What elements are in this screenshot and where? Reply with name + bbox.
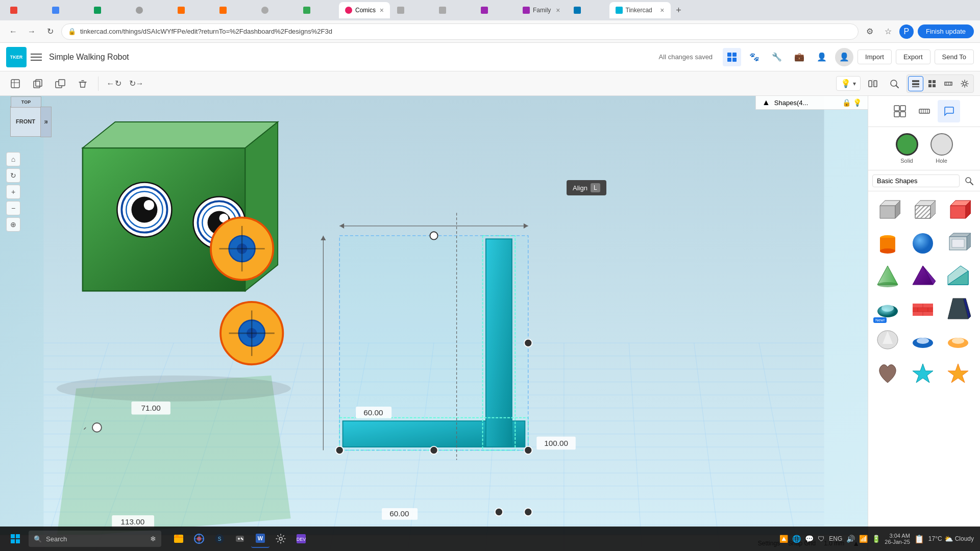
bookmark-button[interactable]: ☆: [881, 24, 895, 39]
tab-linkedin[interactable]: [568, 2, 608, 18]
solid-type[interactable]: Solid: [896, 133, 918, 164]
tab-3[interactable]: [88, 2, 129, 18]
tab-5[interactable]: [172, 2, 212, 18]
shape-pipe[interactable]: [943, 228, 973, 259]
shape-striped-box[interactable]: [908, 195, 938, 226]
shapes-tool[interactable]: [6, 74, 24, 93]
panel-grid-icon[interactable]: [889, 100, 911, 122]
tab-11[interactable]: [475, 2, 516, 18]
tab-family-close[interactable]: ×: [556, 6, 560, 14]
avatar-icon[interactable]: 👤: [835, 48, 853, 66]
zoom-out-button[interactable]: −: [6, 201, 20, 215]
settings-view-btn[interactable]: [957, 76, 972, 91]
view-cube-front[interactable]: FRONT TOP R: [10, 106, 41, 137]
shape-red-box[interactable]: [943, 195, 973, 226]
tab-12[interactable]: Family ×: [517, 2, 567, 18]
tab-4[interactable]: [130, 2, 170, 18]
category-dropdown[interactable]: Basic Shapes: [872, 174, 960, 187]
taskbar-dev[interactable]: DEV: [292, 530, 310, 548]
shape-heart[interactable]: [872, 359, 903, 389]
user-icon[interactable]: 👤: [813, 48, 831, 66]
tab-comics[interactable]: Comics ×: [339, 2, 390, 18]
tab-10[interactable]: [433, 2, 474, 18]
refresh-button[interactable]: ↻: [43, 24, 57, 39]
lock-icon[interactable]: 🔒: [842, 98, 851, 107]
ruler-view-btn[interactable]: [941, 76, 956, 91]
list-view-btn[interactable]: [908, 76, 923, 91]
undo-button[interactable]: ←↻: [105, 74, 123, 93]
extensions-button[interactable]: ⚙: [863, 24, 877, 39]
fit-view-button[interactable]: ⊕: [6, 217, 20, 232]
tab-8[interactable]: [297, 2, 338, 18]
view-cube-container[interactable]: FRONT TOP R: [10, 106, 41, 137]
shape-brick[interactable]: [908, 293, 938, 324]
tab-tinkercad-close[interactable]: ×: [660, 6, 664, 14]
shape-donut[interactable]: [908, 326, 938, 357]
shape-wedge[interactable]: [943, 261, 973, 291]
tab-tinkercad[interactable]: Tinkercad ×: [609, 2, 671, 18]
briefcase-icon[interactable]: 💼: [790, 48, 808, 66]
taskbar-search[interactable]: 🔍 Search ❄: [29, 531, 161, 547]
import-button[interactable]: Import: [857, 49, 892, 64]
shape-torus-orange[interactable]: [943, 326, 973, 357]
finish-update-button[interactable]: Finish update: [918, 24, 974, 38]
panel-ruler-icon[interactable]: [913, 100, 936, 122]
taskbar-word[interactable]: W: [251, 530, 270, 548]
start-button[interactable]: [6, 530, 24, 548]
taskbar-settings[interactable]: [272, 530, 290, 548]
view-cube-right[interactable]: R: [40, 107, 52, 137]
shape-pyramid[interactable]: [908, 261, 938, 291]
tab-2[interactable]: [46, 2, 87, 18]
light-dropdown[interactable]: 💡 ▾: [836, 76, 861, 91]
tab-9[interactable]: [391, 2, 432, 18]
shape-star1[interactable]: [908, 359, 938, 389]
shape-flat-cone[interactable]: [872, 326, 903, 357]
tab-close-icon[interactable]: ×: [380, 6, 384, 14]
grid-view-icon[interactable]: [723, 48, 741, 66]
shapes-search-icon[interactable]: [962, 173, 976, 188]
copy-tool[interactable]: [29, 74, 47, 93]
forward-button[interactable]: →: [24, 24, 39, 39]
shape-cone[interactable]: [872, 261, 903, 291]
shape-cylinder[interactable]: [872, 228, 903, 259]
shape-dark-prism[interactable]: [943, 293, 973, 324]
panel-comment-icon[interactable]: [938, 100, 960, 122]
grid-view-btn[interactable]: [924, 76, 940, 91]
bulb-panel-icon[interactable]: 💡: [853, 98, 862, 107]
menu-button[interactable]: [31, 50, 45, 64]
shape-torus-new[interactable]: New!: [872, 293, 903, 324]
taskbar-browser[interactable]: [190, 530, 208, 548]
taskbar-files[interactable]: [169, 530, 188, 548]
taskbar-steam[interactable]: S: [210, 530, 229, 548]
tab-7[interactable]: [255, 2, 296, 18]
zoom-in-button[interactable]: +: [6, 185, 20, 199]
shape-grey-box[interactable]: [872, 195, 903, 226]
shape-sphere[interactable]: [908, 228, 938, 259]
delete-tool[interactable]: [74, 74, 92, 93]
send-to-button[interactable]: Send To: [935, 49, 974, 64]
zoom-tool[interactable]: [885, 74, 903, 93]
view-cube-top[interactable]: TOP: [11, 96, 41, 108]
address-bar[interactable]: 🔒 tinkercad.com/things/dSAIcWYfFPe/edit?…: [61, 23, 859, 40]
tab-6[interactable]: [213, 2, 254, 18]
collapse-icon[interactable]: ▲: [762, 98, 770, 107]
hole-type[interactable]: Hole: [930, 133, 953, 164]
viewport[interactable]: Align L ▲ Shapes(4... 🔒 💡: [0, 96, 868, 551]
notification-icon[interactable]: 📋: [914, 534, 924, 544]
redo-button[interactable]: ↻→: [127, 74, 145, 93]
home-view-button[interactable]: ⌂: [6, 152, 20, 166]
shape-star2[interactable]: [943, 359, 973, 389]
mirror-tool[interactable]: [864, 74, 882, 93]
tools-icon[interactable]: 🔧: [768, 48, 786, 66]
tab-1[interactable]: [4, 2, 45, 18]
profile-icon[interactable]: P: [899, 24, 914, 39]
taskbar-game[interactable]: [231, 530, 249, 548]
export-button[interactable]: Export: [896, 49, 930, 64]
duplicate-tool[interactable]: [51, 74, 69, 93]
back-button[interactable]: ←: [6, 24, 20, 39]
paw-icon[interactable]: 🐾: [745, 48, 764, 66]
clock[interactable]: 3:04 AM 26-Jan-25: [885, 533, 910, 545]
rotate-view-button[interactable]: ↻: [6, 168, 20, 183]
svg-point-111: [92, 423, 102, 432]
new-tab-button[interactable]: +: [672, 3, 686, 17]
